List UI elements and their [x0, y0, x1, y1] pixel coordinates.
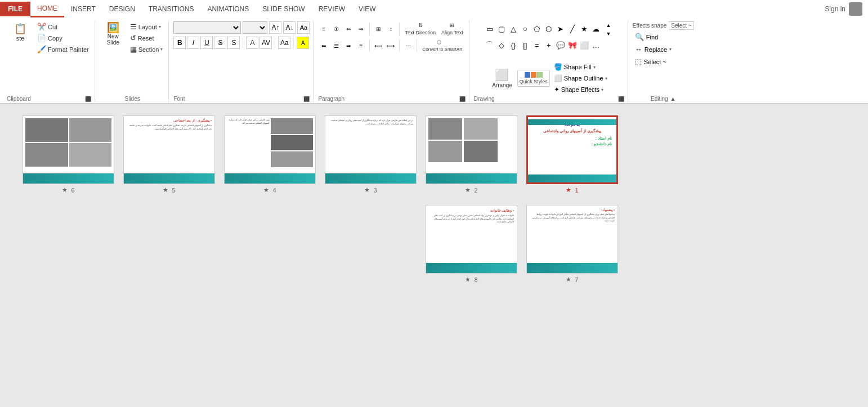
shape-star[interactable]: ★ — [579, 24, 590, 35]
tab-animations[interactable]: ANIMATIONS — [200, 2, 256, 16]
shape-rect[interactable]: ▭ — [484, 24, 495, 35]
drawing-expand-icon[interactable]: ⬛ — [618, 96, 624, 102]
slide-thumb-2[interactable] — [426, 115, 517, 184]
shapes-down-button[interactable]: ▼ — [603, 30, 614, 38]
shape2-curve[interactable]: ⌒ — [484, 39, 495, 51]
new-slide-button[interactable]: 🖼️ New Slide — [100, 21, 127, 47]
shadow-button[interactable]: S — [227, 37, 240, 49]
bullet-list-button[interactable]: ≡ — [318, 24, 329, 35]
shape-circle[interactable]: ○ — [520, 24, 531, 35]
sign-in-label[interactable]: Sign in — [825, 5, 845, 13]
para-sep2 — [399, 23, 400, 35]
shape-effects-row[interactable]: ✦ Shape Effects ▾ — [552, 84, 609, 95]
clear-formatting-button[interactable]: Aa — [297, 21, 310, 34]
shapes-grid2: ⌒ ◇ {} [] = + 💬 🎀 ⬜ … — [484, 39, 602, 51]
replace-button[interactable]: ↔ Replace ▾ — [633, 44, 694, 55]
tab-review[interactable]: REVIEW — [312, 2, 352, 16]
more-para-button[interactable]: ⋯ — [402, 40, 414, 51]
shape-outline-row[interactable]: ⬜ Shape Outline ▾ — [552, 73, 609, 83]
shape-fill-row[interactable]: 🪣 Shape Fill ▾ — [552, 62, 609, 72]
align-right-button[interactable]: ➡ — [343, 40, 354, 51]
select-label-top[interactable]: Select ~ — [669, 21, 693, 30]
line-spacing-button[interactable]: ↕ — [385, 24, 396, 35]
numbered-list-button[interactable]: ① — [330, 24, 342, 35]
shape2-flowchart[interactable]: ◇ — [496, 39, 507, 51]
slides-group-content: 🖼️ New Slide ☰ Layout ▾ ↺ Reset — [100, 21, 165, 96]
convert-smartart-button[interactable]: ⬡ Convert to SmartArt — [420, 38, 458, 53]
shape2-brace[interactable]: {} — [508, 39, 519, 51]
dec-indent-button[interactable]: ⇐ — [343, 24, 354, 35]
slide-thumb-5[interactable]: • پیشگیری : از بعد اجتماعی پیشگیری از آس… — [123, 115, 215, 184]
align-text-button[interactable]: ⊞ Align Text — [439, 21, 466, 37]
tab-insert[interactable]: INSERT — [64, 2, 102, 16]
slide1-title2: پیشگیری از آسیبهای روانی واجتماعی — [533, 128, 612, 134]
decrease-font-button[interactable]: A↓ — [283, 21, 296, 34]
tab-transitions[interactable]: TRANSITIONS — [142, 2, 201, 16]
char-spacing-button[interactable]: AV — [259, 37, 272, 49]
shape-arrow-right[interactable]: ➤ — [555, 24, 566, 35]
arrange-button[interactable]: ⬜ Arrange — [489, 66, 515, 90]
justify-button[interactable]: ≡ — [355, 40, 366, 51]
align-center-button[interactable]: ☰ — [330, 40, 342, 51]
tab-home[interactable]: HOME — [30, 1, 64, 17]
slides-group: 🖼️ New Slide ☰ Layout ▾ ↺ Reset — [96, 20, 169, 102]
clipboard-expand-icon[interactable]: ⬛ — [85, 96, 91, 102]
select-button[interactable]: ⬚ Select ~ — [633, 56, 694, 67]
slide-thumb-8[interactable]: • وظایف خانواده خانواده به عنوان اولین و… — [426, 205, 517, 274]
shapes-up-button[interactable]: ▲ — [603, 21, 614, 29]
shape-cloud[interactable]: ☁ — [590, 24, 602, 35]
slide-thumb-7[interactable]: • پیشنهاد: پیشنهادهای عملی برای پیشگیری … — [526, 205, 618, 274]
shape2-equal[interactable]: = — [531, 39, 543, 51]
slide-thumb-3[interactable]: در این اسلاید متن فارسی قرار دارد که درب… — [325, 115, 417, 184]
copy-button[interactable]: 📄 Copy — [35, 33, 91, 43]
slide-thumb-6[interactable] — [23, 115, 114, 184]
text-direction-button[interactable]: ⇅ Text Direction — [402, 21, 438, 37]
ltr-direction-button[interactable]: ⟼ — [385, 40, 396, 51]
strikethrough-button[interactable]: S — [214, 37, 226, 49]
tab-view[interactable]: VIEW — [352, 2, 383, 16]
shape2-callout[interactable]: 💬 — [555, 39, 566, 51]
rtl-direction-button[interactable]: ⟻ — [373, 40, 384, 51]
font-color-button[interactable]: A — [246, 37, 258, 49]
bold-button[interactable]: B — [173, 37, 186, 49]
tab-file[interactable]: FILE — [0, 2, 30, 16]
inc-indent-button[interactable]: ⇒ — [355, 24, 366, 35]
shape2-more[interactable]: … — [590, 39, 602, 51]
font-expand-icon[interactable]: ⬛ — [303, 96, 310, 102]
tab-design[interactable]: DESIGN — [102, 2, 142, 16]
editing-expand-icon[interactable]: ▲ — [670, 96, 676, 102]
shape-pentagon[interactable]: ⬠ — [531, 24, 543, 35]
tab-slideshow[interactable]: SLIDE SHOW — [256, 2, 311, 16]
italic-button[interactable]: I — [187, 37, 199, 49]
slide-thumb-1[interactable]: به نام خدا پیشگیری از آسیبهای روانی واجت… — [526, 115, 618, 184]
columns-button[interactable]: ⊞ — [373, 24, 384, 35]
cut-button[interactable]: ✂️ Cut — [35, 21, 91, 32]
shape-line[interactable]: ╱ — [567, 24, 578, 35]
font-name-select[interactable] — [173, 21, 241, 34]
shape-hexagon[interactable]: ⬡ — [543, 24, 554, 35]
paragraph-expand-icon[interactable]: ⬛ — [459, 96, 466, 102]
shape-rounded-rect[interactable]: ▢ — [496, 24, 507, 35]
slide6-img1 — [25, 118, 68, 142]
underline-button[interactable]: U — [200, 37, 213, 49]
quick-styles-button[interactable]: Quick Styles — [517, 70, 550, 87]
align-left-button[interactable]: ⬅ — [318, 40, 329, 51]
shape2-bracket[interactable]: [] — [520, 39, 531, 51]
layout-button[interactable]: ☰ Layout ▾ — [128, 21, 165, 32]
shape-triangle[interactable]: △ — [508, 24, 519, 35]
font-highlight-button[interactable]: A — [297, 37, 309, 49]
layout-label: Layout — [138, 24, 157, 30]
reset-button[interactable]: ↺ Reset — [128, 33, 165, 43]
shape2-ribbon[interactable]: 🎀 — [567, 39, 578, 51]
ribbon: FILE HOME INSERT DESIGN TRANSITIONS ANIM… — [0, 0, 868, 104]
increase-font-button[interactable]: A↑ — [269, 21, 281, 34]
section-button[interactable]: ▦ Section ▾ — [128, 44, 165, 55]
slide-thumb-4[interactable]: متن فارسی در این اسلاید قرار دارد که درب… — [224, 115, 316, 184]
font-size-select[interactable] — [243, 21, 267, 34]
format-painter-button[interactable]: 🖌️ Format Painter — [35, 44, 91, 55]
shape2-plus[interactable]: + — [543, 39, 554, 51]
change-case-button[interactable]: Aa — [278, 37, 290, 49]
shape2-action[interactable]: ⬜ — [579, 39, 590, 51]
find-button[interactable]: 🔍 Find — [633, 32, 694, 42]
paste-button[interactable]: 📋 ste — [7, 21, 34, 44]
